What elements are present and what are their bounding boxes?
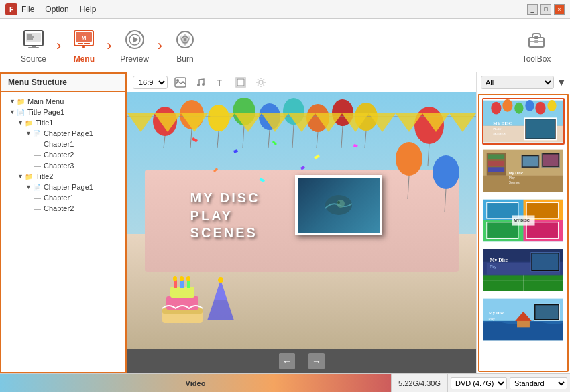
frame-icon-btn[interactable] xyxy=(233,75,248,90)
main-toolbar: Source › M Menu › Preview xyxy=(0,19,570,72)
menu-help[interactable]: Help xyxy=(80,5,97,14)
tree-label: Chapter Page1 xyxy=(44,129,93,137)
video-sub2-text: SCENES xyxy=(190,225,260,241)
svg-point-70 xyxy=(186,276,190,281)
toolbar-preview[interactable]: Preview xyxy=(108,22,162,69)
svg-rect-23 xyxy=(534,36,538,39)
template-filter-select[interactable]: All Classic Modern Kids xyxy=(481,76,554,89)
svg-text:PLAY: PLAY xyxy=(493,127,502,131)
maximize-button[interactable]: □ xyxy=(540,4,551,15)
tree-label: Chapter2 xyxy=(44,204,74,212)
folder-icon: 📁 xyxy=(17,98,25,105)
tree-chapter-page1-t2[interactable]: ▼ 📄 Chapter Page1 xyxy=(4,182,123,192)
tree-label: Chapter1 xyxy=(44,194,74,202)
arrow-2: › xyxy=(107,37,111,54)
svg-text:SCENES: SCENES xyxy=(493,132,506,135)
nav-next-button[interactable]: → xyxy=(308,353,325,369)
source-label: Source xyxy=(21,54,46,64)
svg-text:MY DISC: MY DISC xyxy=(514,218,529,222)
svg-rect-79 xyxy=(272,141,277,145)
toolbar-burn[interactable]: Burn xyxy=(158,22,212,69)
menu-tree[interactable]: ▼ 📁 Main Menu ▼ 📄 Title Page1 ▼ 📁 Title1… xyxy=(0,92,127,373)
svg-line-55 xyxy=(408,176,409,199)
template-list[interactable]: MY DISC PLAY SCENES xyxy=(478,94,569,372)
quality-select[interactable]: Standard High Quality Custom xyxy=(510,377,567,389)
close-button[interactable]: × xyxy=(554,4,565,15)
svg-rect-4 xyxy=(28,47,39,48)
menu-option[interactable]: Option xyxy=(45,5,68,14)
main-area: Menu Structure ▼ 📁 Main Menu ▼ 📄 Title P… xyxy=(0,72,570,373)
svg-text:My Disc: My Disc xyxy=(509,171,523,175)
menu-file[interactable]: File xyxy=(21,5,34,14)
svg-point-28 xyxy=(197,84,200,86)
tree-title-page1[interactable]: ▼ 📄 Title Page1 xyxy=(4,107,123,117)
nav-prev-button[interactable]: ← xyxy=(279,353,295,369)
svg-rect-99 xyxy=(526,119,555,138)
svg-point-92 xyxy=(525,100,534,111)
folder-icon: 📄 xyxy=(17,109,25,116)
tree-label: Main Menu xyxy=(27,97,64,105)
tree-label: Title1 xyxy=(36,119,54,127)
svg-point-76 xyxy=(337,201,340,204)
text-icon-btn[interactable]: T xyxy=(213,75,228,90)
minimize-button[interactable]: _ xyxy=(527,4,538,15)
template-item-5[interactable]: My Disc Play xyxy=(482,296,565,343)
template-item-3[interactable]: MY DISC xyxy=(482,197,565,244)
tree-chapter2-t2[interactable]: — Chapter2 xyxy=(4,203,123,214)
svg-point-29 xyxy=(202,83,205,86)
left-panel: Menu Structure ▼ 📁 Main Menu ▼ 📄 Title P… xyxy=(0,72,127,373)
settings-icon-btn[interactable] xyxy=(253,75,268,90)
template-item-4[interactable]: My Disc Play xyxy=(482,247,565,293)
template-item-1[interactable]: MY DISC PLAY SCENES xyxy=(482,98,565,145)
video-nav-bar: ← → xyxy=(127,349,476,373)
status-video-label: Video xyxy=(186,379,206,387)
template-thumb-2: My Disc Play Scenes xyxy=(483,149,563,193)
svg-rect-105 xyxy=(488,154,505,159)
titlebar: F File Option Help _ □ × xyxy=(0,0,570,19)
menu-bar: File Option Help xyxy=(21,5,96,14)
template-thumb-1: MY DISC PLAY SCENES xyxy=(483,99,563,143)
svg-text:T: T xyxy=(217,78,222,88)
svg-text:Scenes: Scenes xyxy=(509,181,520,184)
svg-line-35 xyxy=(164,136,165,148)
template-item-2[interactable]: My Disc Play Scenes xyxy=(482,147,565,194)
folder-icon: 📁 xyxy=(25,173,33,180)
tree-main-menu[interactable]: ▼ 📁 Main Menu xyxy=(4,96,123,107)
svg-point-91 xyxy=(514,103,523,114)
tree-label: Title2 xyxy=(36,172,54,180)
window-controls: _ □ × xyxy=(527,4,565,15)
tree-title2[interactable]: ▼ 📁 Title2 xyxy=(4,171,123,182)
svg-rect-13 xyxy=(84,43,90,44)
svg-rect-64 xyxy=(170,287,194,298)
toolbox-icon xyxy=(524,27,549,52)
svg-point-94 xyxy=(547,100,556,111)
center-toolbar: 16:9 4:3 T xyxy=(127,72,476,92)
tree-title1[interactable]: ▼ 📁 Title1 xyxy=(4,117,123,128)
aspect-ratio-select[interactable]: 16:9 4:3 xyxy=(133,76,168,89)
svg-point-69 xyxy=(180,276,184,281)
toolbar-menu[interactable]: M Menu xyxy=(57,22,111,69)
music-icon-btn[interactable] xyxy=(193,75,208,90)
toolbar-source[interactable]: Source xyxy=(7,22,60,69)
burn-label: Burn xyxy=(176,54,193,64)
menu-icon: M xyxy=(72,27,96,52)
tree-chapter-page1-t1[interactable]: ▼ 📄 Chapter Page1 xyxy=(4,128,123,139)
svg-text:F: F xyxy=(9,6,13,13)
template-thumb-4: My Disc Play xyxy=(483,248,563,292)
tree-chapter1-t1[interactable]: — Chapter1 xyxy=(4,139,123,149)
toolbar-toolbox[interactable]: ToolBox xyxy=(510,22,563,69)
line-icon: — xyxy=(34,204,41,212)
tree-chapter3-t1[interactable]: — Chapter3 xyxy=(4,160,123,171)
svg-rect-78 xyxy=(233,149,238,153)
svg-point-93 xyxy=(535,102,545,115)
dropdown-icon[interactable]: ▼ xyxy=(557,77,566,88)
svg-point-33 xyxy=(259,80,263,84)
tree-chapter1-t2[interactable]: — Chapter1 xyxy=(4,192,123,203)
tree-label: Chapter Page1 xyxy=(44,183,93,191)
svg-rect-80 xyxy=(314,155,320,160)
svg-text:M: M xyxy=(82,35,87,41)
dvd-type-select[interactable]: DVD (4.7G) DVD (8.5G) xyxy=(451,377,507,389)
tree-chapter2-t1[interactable]: — Chapter2 xyxy=(4,149,123,160)
arrow-icon: ▼ xyxy=(9,109,15,115)
image-icon-btn[interactable] xyxy=(173,75,188,90)
